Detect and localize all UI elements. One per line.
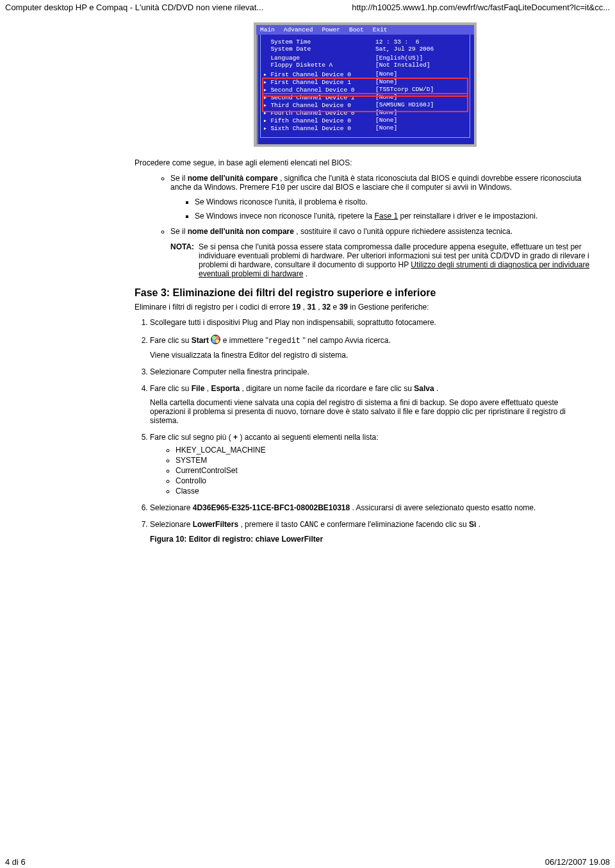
bios-outcome-notfound: Se il nome dell'unità non compare , sost… [170, 227, 596, 236]
bios-row: First Channel Device 1[None] [263, 78, 467, 86]
registry-guid: 4D36E965-E325-11CE-BFC1-08002BE10318 [193, 503, 350, 512]
bios-row: Floppy Diskette A[Not Installed] [263, 62, 467, 69]
bios-row: Sixth Channel Device 0[None] [263, 124, 467, 132]
doc-url: http://h10025.www1.hp.com/ewfrf/wc/fastF… [352, 3, 610, 12]
fase3-steps: Scollegare tutti i dispositivi Plug and … [135, 318, 596, 544]
bios-row: Second Channel Device 1[None] [263, 94, 467, 101]
bios-row: Language[English(US)] [263, 54, 467, 62]
reg-ccs: CurrentControlSet [176, 466, 596, 475]
bios-row: Fourth Channel Device 0[None] [263, 109, 467, 117]
step-5: Fare clic sul segno più ( + ) accanto ai… [150, 433, 596, 496]
bios-outcome-list: Se il nome dell'unità compare , signific… [135, 174, 596, 236]
registry-path-list: HKEY_LOCAL_MACHINE SYSTEM CurrentControl… [150, 446, 596, 496]
bios-menu-exit: Exit [373, 26, 388, 33]
print-footer: 4 di 6 06/12/2007 19.08 [0, 856, 615, 868]
sub-windows-fail: Se Windows invece non riconosce l'unità,… [195, 212, 596, 221]
print-header: Computer desktop HP e Compaq - L'unità C… [0, 0, 615, 16]
print-timestamp: 06/12/2007 19.08 [545, 857, 610, 867]
sub-windows-ok: Se Windows riconosce l'unità, il problem… [195, 197, 596, 206]
step-4: Fare clic su File , Esporta , digitare u… [150, 384, 596, 425]
bios-menu-advanced: Advanced [284, 26, 313, 33]
bold-unit-found: nome dell'unità compare [188, 174, 278, 183]
step-2: Fare clic su Start e immettere "regedit … [150, 335, 596, 360]
main-content: Main Advanced Power Boot Exit System Tim… [135, 22, 596, 544]
page-indicator: 4 di 6 [5, 857, 26, 867]
code-regedit: regedit [268, 337, 300, 346]
windows-start-icon [211, 335, 220, 344]
reg-classe: Classe [176, 487, 596, 496]
fase3-sub: Eliminare i filtri di registro per i cod… [135, 303, 596, 312]
nota-block: NOTA: Se si pensa che l'unità possa esse… [170, 242, 596, 278]
bios-row: System DateSat, Jul 29 2006 [263, 46, 467, 53]
bios-row: System Time12 : 33 : 6 [263, 38, 467, 46]
reg-hklm: HKEY_LOCAL_MACHINE [176, 446, 596, 455]
step-3: Selezionare Computer nella finestra prin… [150, 367, 596, 376]
nota-label: NOTA: [170, 242, 199, 278]
reg-controllo: Controllo [176, 476, 596, 485]
nota-body: Se si pensa che l'unità possa essere sta… [199, 242, 596, 278]
bios-outcome-found: Se il nome dell'unità compare , signific… [170, 174, 596, 221]
step-7: Selezionare LowerFilters , premere il ta… [150, 520, 596, 544]
doc-title: Computer desktop HP e Compaq - L'unità C… [5, 3, 263, 12]
intro-text: Procedere come segue, in base agli eleme… [135, 158, 596, 167]
step-4-sub: Nella cartella documenti viene salvata u… [150, 398, 596, 425]
reg-system: SYSTEM [176, 456, 596, 465]
bios-menu: Main Advanced Power Boot Exit [256, 25, 474, 35]
bios-row: First Channel Device 0[None] [263, 71, 467, 78]
bios-screenshot: Main Advanced Power Boot Exit System Tim… [254, 22, 477, 147]
bios-row: Fifth Channel Device 0[None] [263, 117, 467, 124]
fase3-heading: Fase 3: Eliminazione dei filtri del regi… [135, 287, 596, 299]
step-2-sub: Viene visualizzata la finestra Editor de… [150, 351, 596, 360]
bios-row: Second Channel Device 0[TSSTcorp CDW/D] [263, 86, 467, 94]
code-f10: F10 [271, 183, 285, 192]
step-6: Selezionare 4D36E965-E325-11CE-BFC1-0800… [150, 503, 596, 512]
bios-row: Third Channel Device 0[SAMSUNG HD160J] [263, 101, 467, 109]
bios-menu-power: Power [322, 26, 340, 33]
code-canc: CANC [300, 521, 318, 530]
bios-menu-main: Main [260, 26, 275, 33]
windows-sublist: Se Windows riconosce l'unità, il problem… [170, 197, 596, 221]
figure-10-caption: Figura 10: Editor di registro: chiave Lo… [150, 535, 596, 544]
link-fase1[interactable]: Fase 1 [374, 212, 398, 221]
step-1: Scollegare tutti i dispositivi Plug and … [150, 318, 596, 327]
bold-unit-notfound: nome dell'unità non compare [188, 227, 294, 236]
bios-menu-boot: Boot [349, 26, 364, 33]
